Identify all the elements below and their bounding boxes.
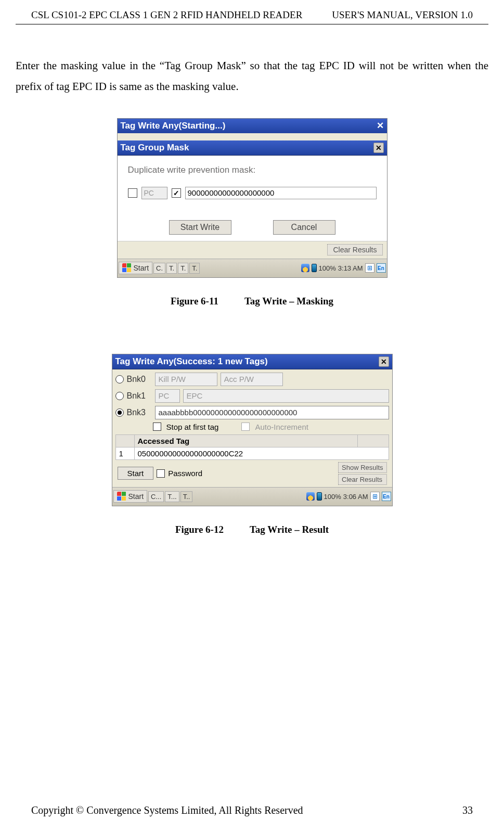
stop-first-checkbox[interactable]: [153, 423, 161, 431]
footer-page-number: 33: [462, 804, 473, 816]
figure-1: Tag Write Any(Starting...) ✕ Tag Group M…: [0, 118, 504, 307]
network-icon[interactable]: [306, 492, 315, 501]
start-label: Start: [134, 264, 149, 272]
clock-text: 3:13 AM: [338, 264, 363, 272]
pc-checkbox[interactable]: [128, 188, 137, 198]
pc-input[interactable]: [141, 187, 167, 199]
outer-titlebar: Tag Write Any(Starting...) ✕: [118, 119, 387, 133]
dialog-body: Duplicate write prevention mask: Start W…: [118, 156, 387, 241]
taskbar-app-button[interactable]: T.: [189, 263, 200, 274]
mask-checkbox[interactable]: [172, 188, 181, 198]
table-row[interactable]: 1 050000000000000000000C22: [115, 447, 389, 459]
caption-text: Tag Write – Result: [250, 524, 329, 535]
input-language-icon[interactable]: En: [377, 263, 386, 273]
taskbar-app-button[interactable]: T.: [178, 263, 188, 274]
clear-results-button[interactable]: Clear Results: [338, 474, 386, 485]
taskbar: Start C... T... T.. 100% 3:06 AM ⊞ En: [112, 487, 392, 506]
battery-icon[interactable]: [312, 264, 317, 272]
bnk0-label: Bnk0: [127, 375, 152, 384]
start-button[interactable]: Start: [113, 490, 148, 503]
inner-title-text: Tag Group Mask: [121, 143, 189, 153]
mask-input-row: [128, 187, 377, 199]
bnk3-label: Bnk3: [127, 408, 152, 417]
body-paragraph: Enter the masking value in the “Tag Grou…: [0, 24, 504, 97]
taskbar-app-button[interactable]: T.: [166, 263, 177, 274]
screenshot-tag-group-mask: Tag Write Any(Starting...) ✕ Tag Group M…: [117, 118, 387, 278]
taskbar-app-button[interactable]: C...: [148, 491, 164, 502]
epc-input: [183, 389, 389, 403]
bnk0-radio[interactable]: [115, 375, 124, 383]
options-row: Stop at first tag Auto-Increment: [115, 423, 389, 431]
outer-title-text: Tag Write Any(Starting...): [121, 121, 226, 131]
caption-number: Figure 6-11: [171, 296, 218, 306]
header-right: USER'S MANUAL, VERSION 1.0: [332, 9, 473, 21]
desktop-icon[interactable]: ⊞: [365, 263, 374, 273]
show-results-button[interactable]: Show Results: [338, 462, 386, 473]
mask-value-input[interactable]: [185, 187, 377, 199]
bnk0-row: Bnk0: [115, 373, 389, 386]
bnk1-radio[interactable]: [115, 392, 124, 400]
kill-pw-input: [155, 373, 217, 386]
bnk1-label: Bnk1: [127, 391, 152, 401]
taskbar: Start C. T. T. T. 100% 3:13 AM ⊞ En: [118, 259, 387, 277]
close-icon[interactable]: ✕: [379, 356, 389, 367]
dialog-button-row: Start Write Cancel: [128, 220, 377, 237]
page-footer: Copyright © Convergence Systems Limited,…: [0, 804, 504, 816]
battery-icon[interactable]: [317, 492, 322, 501]
start-button[interactable]: Start: [118, 467, 154, 480]
close-icon[interactable]: ✕: [373, 143, 384, 153]
figure-2: Tag Write Any(Success: 1 new Tags) ✕ Bnk…: [0, 354, 504, 535]
table-header: Accessed Tag: [134, 434, 357, 447]
start-write-button[interactable]: Start Write: [169, 220, 231, 235]
network-icon[interactable]: [301, 264, 309, 272]
clock-text: 3:06 AM: [343, 493, 368, 501]
taskbar-app-button[interactable]: T..: [180, 491, 193, 502]
figure-2-caption: Figure 6-12Tag Write – Result: [175, 524, 329, 535]
bottom-controls-row: Start Password Show Results Clear Result…: [115, 460, 389, 487]
bnk3-row: Bnk3: [115, 406, 389, 419]
form-area: Bnk0 Bnk1 Bnk3 Stop at first: [112, 369, 392, 487]
taskbar-app-button[interactable]: T...: [165, 491, 179, 502]
bnk1-row: Bnk1: [115, 389, 389, 403]
row-value: 050000000000000000000C22: [134, 447, 389, 459]
system-tray: 100% 3:13 AM ⊞ En: [301, 263, 386, 273]
titlebar: Tag Write Any(Success: 1 new Tags) ✕: [112, 354, 392, 369]
auto-increment-checkbox: [241, 423, 250, 431]
battery-percent: 100%: [324, 493, 341, 501]
input-language-icon[interactable]: En: [382, 492, 391, 501]
password-label: Password: [168, 469, 202, 478]
taskbar-app-button[interactable]: C.: [153, 263, 165, 274]
prompt-label: Duplicate write prevention mask:: [128, 165, 377, 175]
close-icon[interactable]: ✕: [377, 120, 384, 131]
lower-panel-strip: Clear Results: [118, 241, 387, 259]
results-table: Accessed Tag 1 050000000000000000000C22: [115, 434, 389, 460]
battery-percent: 100%: [319, 264, 336, 272]
table-header-row: Accessed Tag: [115, 434, 389, 447]
cancel-button[interactable]: Cancel: [273, 220, 335, 235]
header-left: CSL CS101-2 EPC CLASS 1 GEN 2 RFID HANDH…: [31, 9, 302, 21]
footer-copyright: Copyright © Convergence Systems Limited,…: [31, 804, 303, 816]
results-buttons-stack: Show Results Clear Results: [338, 462, 386, 485]
caption-text: Tag Write – Masking: [244, 296, 333, 306]
page-header: CSL CS101-2 EPC CLASS 1 GEN 2 RFID HANDH…: [16, 0, 488, 24]
row-index: 1: [115, 447, 134, 459]
windows-flag-icon: [117, 492, 126, 501]
window-body: Bnk0 Bnk1 Bnk3 Stop at first: [112, 369, 392, 506]
password-checkbox[interactable]: [157, 469, 165, 478]
caption-number: Figure 6-12: [175, 524, 224, 535]
bnk3-radio[interactable]: [115, 408, 124, 417]
stop-first-label: Stop at first tag: [166, 423, 219, 431]
bnk3-value-input[interactable]: [155, 406, 389, 419]
start-button[interactable]: Start: [119, 262, 153, 274]
desktop-icon[interactable]: ⊞: [370, 492, 380, 501]
auto-increment-label: Auto-Increment: [255, 423, 308, 431]
system-tray: 100% 3:06 AM ⊞ En: [306, 492, 391, 501]
clear-results-button[interactable]: Clear Results: [327, 244, 382, 255]
title-text: Tag Write Any(Success: 1 new Tags): [115, 356, 268, 367]
pc-input: [155, 389, 180, 403]
acc-pw-input: [221, 373, 283, 386]
screenshot-tag-write-result: Tag Write Any(Success: 1 new Tags) ✕ Bnk…: [112, 354, 393, 506]
inner-titlebar: Tag Group Mask ✕: [118, 140, 387, 156]
windows-flag-icon: [122, 263, 132, 273]
figure-1-caption: Figure 6-11Tag Write – Masking: [171, 296, 333, 307]
